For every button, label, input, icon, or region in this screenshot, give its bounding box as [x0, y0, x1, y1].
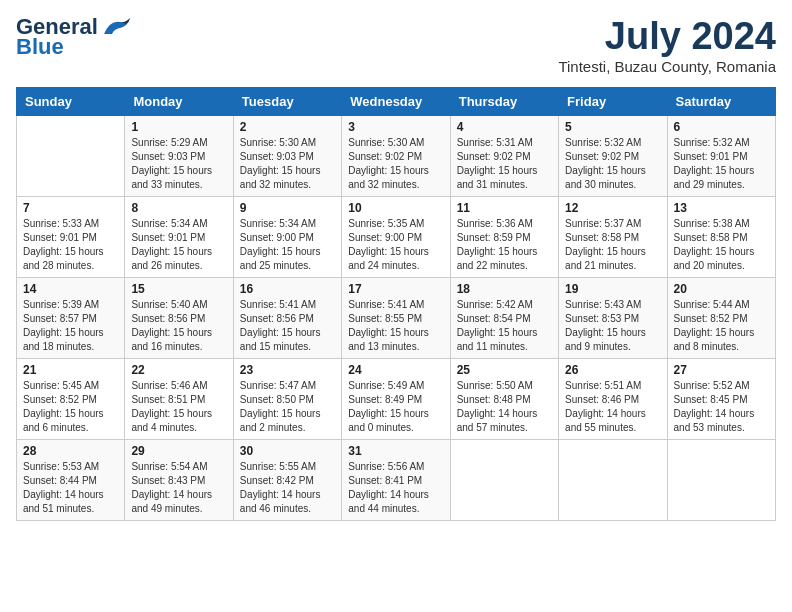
- day-info: Sunrise: 5:55 AM Sunset: 8:42 PM Dayligh…: [240, 460, 335, 516]
- day-info: Sunrise: 5:39 AM Sunset: 8:57 PM Dayligh…: [23, 298, 118, 354]
- day-info: Sunrise: 5:52 AM Sunset: 8:45 PM Dayligh…: [674, 379, 769, 435]
- day-info: Sunrise: 5:51 AM Sunset: 8:46 PM Dayligh…: [565, 379, 660, 435]
- day-number: 30: [240, 444, 335, 458]
- cell-w2-d0: 7Sunrise: 5:33 AM Sunset: 9:01 PM Daylig…: [17, 196, 125, 277]
- day-info: Sunrise: 5:49 AM Sunset: 8:49 PM Dayligh…: [348, 379, 443, 435]
- day-number: 12: [565, 201, 660, 215]
- calendar-header-row: SundayMondayTuesdayWednesdayThursdayFrid…: [17, 87, 776, 115]
- cell-w5-d0: 28Sunrise: 5:53 AM Sunset: 8:44 PM Dayli…: [17, 439, 125, 520]
- cell-w5-d4: [450, 439, 558, 520]
- cell-w1-d2: 2Sunrise: 5:30 AM Sunset: 9:03 PM Daylig…: [233, 115, 341, 196]
- day-info: Sunrise: 5:38 AM Sunset: 8:58 PM Dayligh…: [674, 217, 769, 273]
- week-row-2: 7Sunrise: 5:33 AM Sunset: 9:01 PM Daylig…: [17, 196, 776, 277]
- day-info: Sunrise: 5:36 AM Sunset: 8:59 PM Dayligh…: [457, 217, 552, 273]
- day-number: 29: [131, 444, 226, 458]
- day-number: 17: [348, 282, 443, 296]
- calendar-table: SundayMondayTuesdayWednesdayThursdayFrid…: [16, 87, 776, 521]
- day-number: 26: [565, 363, 660, 377]
- cell-w1-d0: [17, 115, 125, 196]
- title-section: July 2024 Tintesti, Buzau County, Romani…: [558, 16, 776, 75]
- header-friday: Friday: [559, 87, 667, 115]
- week-row-3: 14Sunrise: 5:39 AM Sunset: 8:57 PM Dayli…: [17, 277, 776, 358]
- day-number: 16: [240, 282, 335, 296]
- cell-w4-d0: 21Sunrise: 5:45 AM Sunset: 8:52 PM Dayli…: [17, 358, 125, 439]
- day-info: Sunrise: 5:42 AM Sunset: 8:54 PM Dayligh…: [457, 298, 552, 354]
- day-info: Sunrise: 5:34 AM Sunset: 9:01 PM Dayligh…: [131, 217, 226, 273]
- day-info: Sunrise: 5:32 AM Sunset: 9:02 PM Dayligh…: [565, 136, 660, 192]
- day-info: Sunrise: 5:29 AM Sunset: 9:03 PM Dayligh…: [131, 136, 226, 192]
- day-info: Sunrise: 5:37 AM Sunset: 8:58 PM Dayligh…: [565, 217, 660, 273]
- cell-w3-d0: 14Sunrise: 5:39 AM Sunset: 8:57 PM Dayli…: [17, 277, 125, 358]
- cell-w2-d5: 12Sunrise: 5:37 AM Sunset: 8:58 PM Dayli…: [559, 196, 667, 277]
- day-number: 5: [565, 120, 660, 134]
- cell-w1-d1: 1Sunrise: 5:29 AM Sunset: 9:03 PM Daylig…: [125, 115, 233, 196]
- cell-w3-d5: 19Sunrise: 5:43 AM Sunset: 8:53 PM Dayli…: [559, 277, 667, 358]
- cell-w3-d4: 18Sunrise: 5:42 AM Sunset: 8:54 PM Dayli…: [450, 277, 558, 358]
- week-row-4: 21Sunrise: 5:45 AM Sunset: 8:52 PM Dayli…: [17, 358, 776, 439]
- day-number: 7: [23, 201, 118, 215]
- cell-w5-d1: 29Sunrise: 5:54 AM Sunset: 8:43 PM Dayli…: [125, 439, 233, 520]
- cell-w4-d3: 24Sunrise: 5:49 AM Sunset: 8:49 PM Dayli…: [342, 358, 450, 439]
- cell-w4-d1: 22Sunrise: 5:46 AM Sunset: 8:51 PM Dayli…: [125, 358, 233, 439]
- header-tuesday: Tuesday: [233, 87, 341, 115]
- day-info: Sunrise: 5:56 AM Sunset: 8:41 PM Dayligh…: [348, 460, 443, 516]
- day-info: Sunrise: 5:45 AM Sunset: 8:52 PM Dayligh…: [23, 379, 118, 435]
- cell-w4-d2: 23Sunrise: 5:47 AM Sunset: 8:50 PM Dayli…: [233, 358, 341, 439]
- day-number: 27: [674, 363, 769, 377]
- header-wednesday: Wednesday: [342, 87, 450, 115]
- cell-w3-d3: 17Sunrise: 5:41 AM Sunset: 8:55 PM Dayli…: [342, 277, 450, 358]
- day-info: Sunrise: 5:30 AM Sunset: 9:03 PM Dayligh…: [240, 136, 335, 192]
- day-number: 1: [131, 120, 226, 134]
- day-info: Sunrise: 5:34 AM Sunset: 9:00 PM Dayligh…: [240, 217, 335, 273]
- day-number: 28: [23, 444, 118, 458]
- week-row-5: 28Sunrise: 5:53 AM Sunset: 8:44 PM Dayli…: [17, 439, 776, 520]
- cell-w3-d2: 16Sunrise: 5:41 AM Sunset: 8:56 PM Dayli…: [233, 277, 341, 358]
- day-number: 20: [674, 282, 769, 296]
- day-number: 8: [131, 201, 226, 215]
- cell-w5-d5: [559, 439, 667, 520]
- cell-w1-d4: 4Sunrise: 5:31 AM Sunset: 9:02 PM Daylig…: [450, 115, 558, 196]
- day-info: Sunrise: 5:47 AM Sunset: 8:50 PM Dayligh…: [240, 379, 335, 435]
- week-row-1: 1Sunrise: 5:29 AM Sunset: 9:03 PM Daylig…: [17, 115, 776, 196]
- day-number: 25: [457, 363, 552, 377]
- day-info: Sunrise: 5:50 AM Sunset: 8:48 PM Dayligh…: [457, 379, 552, 435]
- header-thursday: Thursday: [450, 87, 558, 115]
- day-info: Sunrise: 5:31 AM Sunset: 9:02 PM Dayligh…: [457, 136, 552, 192]
- location-subtitle: Tintesti, Buzau County, Romania: [558, 58, 776, 75]
- day-number: 22: [131, 363, 226, 377]
- cell-w5-d2: 30Sunrise: 5:55 AM Sunset: 8:42 PM Dayli…: [233, 439, 341, 520]
- header-sunday: Sunday: [17, 87, 125, 115]
- day-number: 2: [240, 120, 335, 134]
- day-number: 15: [131, 282, 226, 296]
- cell-w2-d6: 13Sunrise: 5:38 AM Sunset: 8:58 PM Dayli…: [667, 196, 775, 277]
- day-info: Sunrise: 5:35 AM Sunset: 9:00 PM Dayligh…: [348, 217, 443, 273]
- logo: General Blue: [16, 16, 132, 60]
- day-info: Sunrise: 5:41 AM Sunset: 8:55 PM Dayligh…: [348, 298, 443, 354]
- header-saturday: Saturday: [667, 87, 775, 115]
- day-info: Sunrise: 5:40 AM Sunset: 8:56 PM Dayligh…: [131, 298, 226, 354]
- header-monday: Monday: [125, 87, 233, 115]
- day-number: 21: [23, 363, 118, 377]
- cell-w4-d4: 25Sunrise: 5:50 AM Sunset: 8:48 PM Dayli…: [450, 358, 558, 439]
- month-year-title: July 2024: [558, 16, 776, 58]
- cell-w3-d1: 15Sunrise: 5:40 AM Sunset: 8:56 PM Dayli…: [125, 277, 233, 358]
- cell-w4-d6: 27Sunrise: 5:52 AM Sunset: 8:45 PM Dayli…: [667, 358, 775, 439]
- cell-w2-d4: 11Sunrise: 5:36 AM Sunset: 8:59 PM Dayli…: [450, 196, 558, 277]
- logo-text-blue: Blue: [16, 34, 64, 60]
- day-number: 9: [240, 201, 335, 215]
- cell-w2-d1: 8Sunrise: 5:34 AM Sunset: 9:01 PM Daylig…: [125, 196, 233, 277]
- day-info: Sunrise: 5:43 AM Sunset: 8:53 PM Dayligh…: [565, 298, 660, 354]
- cell-w2-d3: 10Sunrise: 5:35 AM Sunset: 9:00 PM Dayli…: [342, 196, 450, 277]
- page-header: General Blue July 2024 Tintesti, Buzau C…: [16, 16, 776, 75]
- day-number: 31: [348, 444, 443, 458]
- day-info: Sunrise: 5:30 AM Sunset: 9:02 PM Dayligh…: [348, 136, 443, 192]
- cell-w3-d6: 20Sunrise: 5:44 AM Sunset: 8:52 PM Dayli…: [667, 277, 775, 358]
- day-info: Sunrise: 5:54 AM Sunset: 8:43 PM Dayligh…: [131, 460, 226, 516]
- cell-w5-d6: [667, 439, 775, 520]
- day-info: Sunrise: 5:46 AM Sunset: 8:51 PM Dayligh…: [131, 379, 226, 435]
- day-number: 10: [348, 201, 443, 215]
- day-number: 14: [23, 282, 118, 296]
- day-number: 11: [457, 201, 552, 215]
- cell-w1-d5: 5Sunrise: 5:32 AM Sunset: 9:02 PM Daylig…: [559, 115, 667, 196]
- logo-bird-icon: [100, 16, 132, 38]
